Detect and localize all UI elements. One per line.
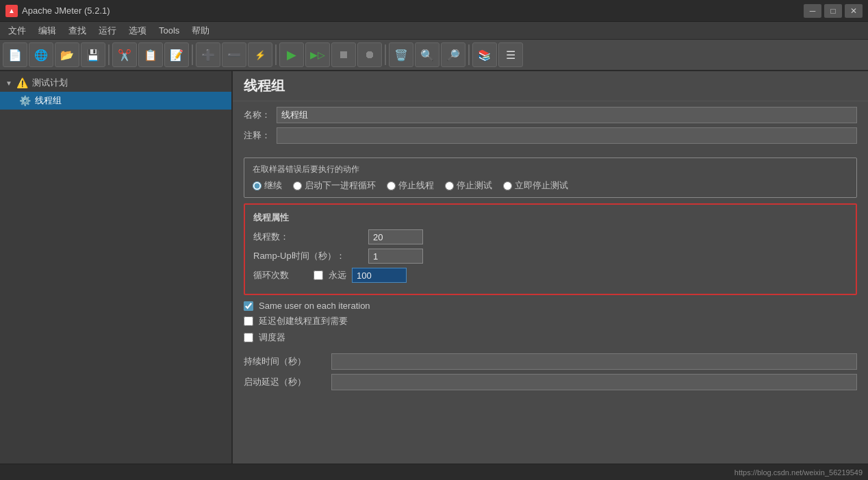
radio-stop-test[interactable]: 停止测试 <box>445 179 492 192</box>
radio-next-loop-label: 启动下一进程循环 <box>305 179 376 192</box>
sidebar-item-testplan[interactable]: ▼ ⚠️ 测试计划 <box>0 74 231 92</box>
sidebar-item-testplan-label: 测试计划 <box>32 77 68 89</box>
delayed-creation-checkbox[interactable] <box>244 316 253 326</box>
duration-input[interactable] <box>331 353 857 370</box>
toolbar-help[interactable]: 📚 <box>472 42 497 67</box>
menu-search[interactable]: 查找 <box>63 23 92 38</box>
toolbar-sep-5 <box>468 45 470 65</box>
radio-stop-now[interactable]: 立即停止测试 <box>503 179 568 192</box>
thread-count-row: 线程数： <box>253 229 847 244</box>
toolbar-sep-4 <box>385 45 386 65</box>
toolbar-clear-all[interactable]: 🔍 <box>415 42 439 67</box>
name-input[interactable] <box>277 107 857 123</box>
radio-stop-thread-label: 停止线程 <box>398 179 434 192</box>
chevron-icon: ▼ <box>5 79 12 87</box>
window-title: Apache JMeter (5.2.1) <box>22 5 800 16</box>
delayed-creation-label: 延迟创建线程直到需要 <box>259 315 348 327</box>
same-user-row: Same user on each iteration <box>244 301 857 311</box>
radio-stop-test-label: 停止测试 <box>457 179 492 192</box>
same-user-checkbox[interactable] <box>244 301 253 311</box>
menu-run[interactable]: 运行 <box>93 23 122 38</box>
radio-stop-thread[interactable]: 停止线程 <box>387 179 434 192</box>
title-bar: ▲ Apache JMeter (5.2.1) ─ □ ✕ <box>0 0 868 22</box>
content-panel: 线程组 名称： 注释： 在取样器错误后要执行的动作 继续 <box>233 71 868 464</box>
radio-stop-now-label: 立即停止测试 <box>515 179 568 192</box>
startup-delay-row: 启动延迟（秒） <box>244 374 857 390</box>
duration-label: 持续时间（秒） <box>244 355 326 368</box>
toolbar-sep-3 <box>275 45 277 65</box>
comment-row: 注释： <box>244 127 857 144</box>
menu-options[interactable]: 选项 <box>123 23 152 38</box>
scheduler-checkbox[interactable] <box>244 333 253 342</box>
toolbar-sep-2 <box>192 45 193 65</box>
toolbar-sep-1 <box>108 45 110 65</box>
section-title: 线程组 <box>233 71 868 101</box>
toolbar-remove[interactable]: ➖ <box>222 42 246 67</box>
menu-help[interactable]: 帮助 <box>186 23 215 38</box>
thread-props-title: 线程属性 <box>253 212 847 224</box>
loop-label: 循环次数 <box>253 269 308 281</box>
radio-continue-input[interactable] <box>253 181 261 190</box>
name-label: 名称： <box>244 109 271 121</box>
loop-count-input[interactable] <box>352 268 407 283</box>
error-action-title: 在取样器错误后要执行的动作 <box>253 164 848 175</box>
radio-continue-label: 继续 <box>264 179 282 192</box>
window-controls: ─ □ ✕ <box>804 4 863 18</box>
toolbar-start[interactable]: ▶ <box>279 42 304 67</box>
menu-edit[interactable]: 编辑 <box>33 23 62 38</box>
delayed-creation-row: 延迟创建线程直到需要 <box>244 315 857 327</box>
toolbar-toggle[interactable]: ⚡ <box>248 42 272 67</box>
radio-stop-now-input[interactable] <box>503 181 512 190</box>
startup-delay-label: 启动延迟（秒） <box>244 376 326 388</box>
toolbar-add[interactable]: ➕ <box>196 42 220 67</box>
menu-tools[interactable]: Tools <box>153 24 185 37</box>
radio-next-loop[interactable]: 启动下一进程循环 <box>293 179 376 192</box>
minimize-button[interactable]: ─ <box>804 4 821 18</box>
error-action-options: 继续 启动下一进程循环 停止线程 停止测试 立即停止测试 <box>253 179 848 192</box>
toolbar-open[interactable]: 📂 <box>55 42 79 67</box>
status-url: https://blog.csdn.net/weixin_56219549 <box>735 468 863 477</box>
same-user-label: Same user on each iteration <box>259 301 370 311</box>
threadgroup-icon: ⚙️ <box>19 95 31 106</box>
close-button[interactable]: ✕ <box>845 4 863 18</box>
forever-label: 永远 <box>329 269 346 281</box>
toolbar-stop[interactable]: ⏹ <box>331 42 356 67</box>
comment-label: 注释： <box>244 129 271 142</box>
toolbar-save[interactable]: 💾 <box>81 42 105 67</box>
sidebar-item-threadgroup-label: 线程组 <box>35 94 62 107</box>
toolbar-search[interactable]: 🔎 <box>441 42 465 67</box>
toolbar-paste[interactable]: 📝 <box>164 42 189 67</box>
toolbar-new[interactable]: 📄 <box>3 42 27 67</box>
ramp-up-row: Ramp-Up时间（秒）： <box>253 249 847 264</box>
status-bar: https://blog.csdn.net/weixin_56219549 <box>0 464 868 480</box>
thread-count-label: 线程数： <box>253 231 363 243</box>
sidebar-item-threadgroup[interactable]: ⚙️ 线程组 <box>0 92 231 110</box>
duration-row: 持续时间（秒） <box>244 353 857 370</box>
forever-checkbox[interactable] <box>314 270 323 280</box>
toolbar-menu[interactable]: ☰ <box>498 42 523 67</box>
menu-bar: 文件 编辑 查找 运行 选项 Tools 帮助 <box>0 22 868 40</box>
toolbar-templates[interactable]: 🌐 <box>29 42 53 67</box>
toolbar-start-nopause[interactable]: ▶▷ <box>305 42 330 67</box>
loop-row: 循环次数 永远 <box>253 268 847 283</box>
name-row: 名称： <box>244 107 857 123</box>
radio-stop-test-input[interactable] <box>445 181 454 190</box>
ramp-up-input[interactable] <box>368 249 423 264</box>
menu-file[interactable]: 文件 <box>3 23 31 38</box>
toolbar-clear[interactable]: 🗑️ <box>389 42 413 67</box>
name-section: 名称： 注释： <box>233 101 868 153</box>
duration-section: 持续时间（秒） 启动延迟（秒） <box>233 348 868 400</box>
maximize-button[interactable]: □ <box>824 4 842 18</box>
radio-stop-thread-input[interactable] <box>387 181 396 190</box>
thread-props-box: 线程属性 线程数： Ramp-Up时间（秒）： 循环次数 永远 <box>244 203 857 295</box>
toolbar-copy[interactable]: 📋 <box>138 42 163 67</box>
toolbar-shutdown[interactable]: ⏺ <box>357 42 382 67</box>
toolbar-cut[interactable]: ✂️ <box>112 42 137 67</box>
toolbar: 📄 🌐 📂 💾 ✂️ 📋 📝 ➕ ➖ ⚡ ▶ ▶▷ ⏹ ⏺ 🗑️ 🔍 🔎 📚 ☰ <box>0 40 868 71</box>
startup-delay-input[interactable] <box>331 374 857 390</box>
radio-next-loop-input[interactable] <box>293 181 302 190</box>
testplan-icon: ⚠️ <box>16 77 28 88</box>
comment-input[interactable] <box>277 127 857 144</box>
radio-continue[interactable]: 继续 <box>253 179 282 192</box>
thread-count-input[interactable] <box>368 229 423 244</box>
